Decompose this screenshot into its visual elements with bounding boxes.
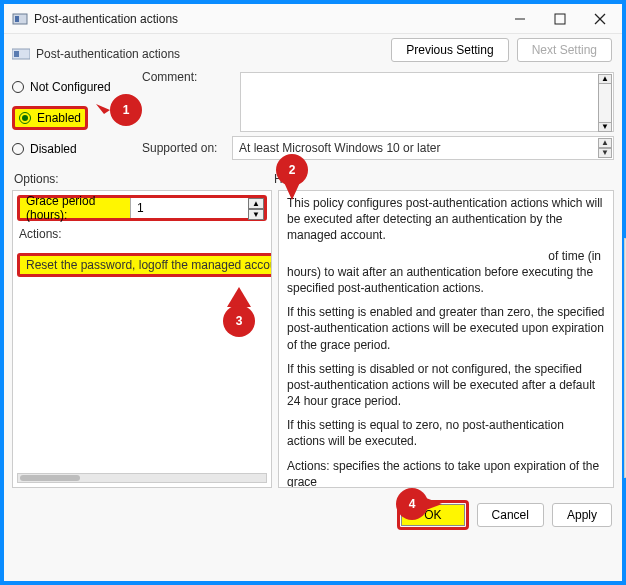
help-paragraph: If this setting is equal to zero, no pos… [279, 413, 613, 453]
help-paragraph: This policy configures post-authenticati… [279, 191, 613, 248]
svg-rect-7 [14, 51, 19, 57]
horizontal-scrollbar[interactable] [17, 473, 267, 483]
minimize-button[interactable] [500, 5, 540, 33]
apply-button[interactable]: Apply [552, 503, 612, 527]
scroll-up-icon[interactable]: ▲ [598, 138, 612, 148]
help-paragraph: xxxxxxxxxxxxxxxxxxxxxxxxxxxxxxxxxxxxxxxx… [279, 248, 613, 301]
policy-icon [12, 47, 30, 61]
page-title: Post-authentication actions [36, 47, 383, 61]
stepper-up-icon[interactable]: ▲ [248, 198, 264, 209]
previous-setting-button[interactable]: Previous Setting [391, 38, 508, 62]
radio-disabled[interactable]: Disabled [12, 142, 142, 156]
grace-period-field[interactable]: Grace period (hours): 1 ▲ ▼ [17, 195, 267, 221]
svg-rect-1 [15, 16, 19, 22]
help-paragraph: Actions: specifies the actions to take u… [279, 454, 613, 488]
annotation-bubble-2: 2 [272, 152, 312, 200]
radio-enabled[interactable]: Enabled [12, 106, 88, 130]
scroll-up-icon[interactable]: ▲ [598, 74, 612, 84]
help-paragraph: If this setting is enabled and greater t… [279, 300, 613, 357]
comment-label: Comment: [142, 70, 232, 132]
radio-label: Disabled [30, 142, 77, 156]
stepper-down-icon[interactable]: ▼ [248, 209, 264, 220]
radio-icon [12, 81, 24, 93]
window-title: Post-authentication actions [34, 12, 500, 26]
svg-rect-3 [555, 14, 565, 24]
policy-icon [12, 11, 28, 27]
annotation-bubble-4: 4 [394, 486, 442, 522]
titlebar: Post-authentication actions [4, 4, 622, 34]
actions-label: Actions: [19, 227, 265, 241]
actions-dropdown-value: Reset the password, logoff the managed a… [17, 253, 272, 277]
options-label: Options: [14, 172, 274, 186]
radio-icon [12, 143, 24, 155]
close-button[interactable] [580, 5, 620, 33]
maximize-button[interactable] [540, 5, 580, 33]
scroll-down-icon[interactable]: ▼ [598, 148, 612, 158]
help-pane: This policy configures post-authenticati… [278, 190, 614, 488]
radio-label: Enabled [37, 111, 81, 125]
supported-on-label: Supported on: [142, 141, 232, 155]
next-setting-button[interactable]: Next Setting [517, 38, 612, 62]
scrollbar-thumb[interactable] [20, 475, 80, 481]
help-paragraph: If this setting is disabled or not confi… [279, 357, 613, 414]
grace-period-label: Grace period (hours): [20, 192, 130, 224]
annotation-bubble-1: 1 [96, 92, 142, 128]
options-pane: Grace period (hours): 1 ▲ ▼ Actions: Res… [12, 190, 272, 488]
scroll-down-icon[interactable]: ▼ [598, 122, 612, 132]
comment-textarea[interactable]: ▲ ▼ [240, 72, 614, 132]
annotation-bubble-3: 3 [219, 287, 259, 339]
grace-period-value[interactable]: 1 [130, 198, 248, 218]
cancel-button[interactable]: Cancel [477, 503, 544, 527]
actions-dropdown[interactable]: Reset the password, logoff the managed a… [17, 253, 272, 279]
radio-icon [19, 112, 31, 124]
